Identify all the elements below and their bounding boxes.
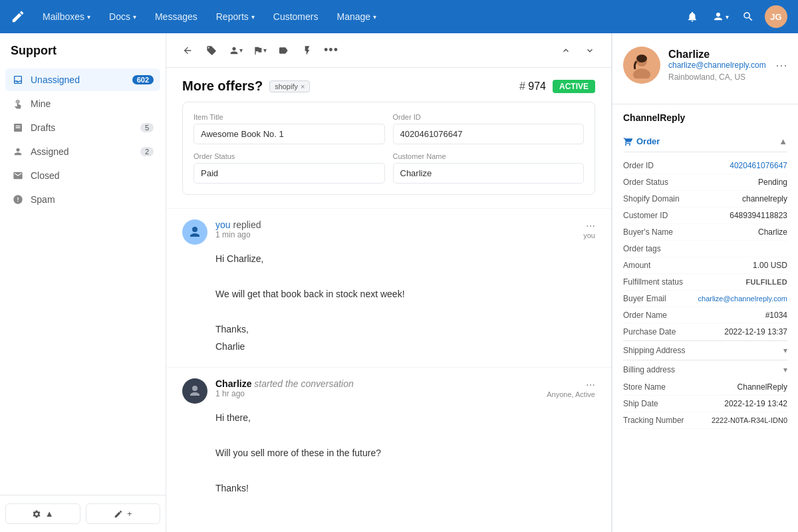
settings-button[interactable]: ▲ [5,503,80,524]
data-row: Buyer's Name Charlize [623,224,787,241]
message-options-button[interactable]: ⋯ [586,221,595,231]
customer-section: Charlize charlize@channelreply.com Rainb… [612,33,798,104]
message-meta: Charlize started the conversation 1 hr a… [215,378,539,398]
shopify-tag: shopify × [269,80,310,92]
subject-title: More offers? [182,78,263,94]
chevron-down-icon: ▾ [251,13,255,21]
message-timestamp: 1 min ago [215,230,575,239]
sidebar-item-unassigned[interactable]: Unassigned 602 [5,68,160,91]
message-body: Hi Charlize, We will get that book back … [215,251,595,354]
chevron-down-icon: ▾ [373,13,376,21]
tag-remove-button[interactable]: × [301,82,305,90]
nav-messages[interactable]: Messages [148,7,204,26]
order-id-field: Order ID [393,113,585,144]
svg-point-1 [192,227,198,232]
channel-reply-section: ChannelReply Order ▲ Order ID 4020461076… [612,104,798,532]
item-title-input[interactable] [194,124,385,144]
sidebar-item-spam[interactable]: Spam [5,188,160,211]
more-button[interactable]: ••• [321,40,342,61]
message-header: you replied 1 min ago ⋯ you [182,219,595,245]
nav-customers[interactable]: Customers [267,7,325,26]
sidebar-item-closed[interactable]: Closed [5,164,160,187]
sidebar-footer: ▲ + [0,495,166,532]
customer-more-button[interactable]: ⋯ [775,58,787,72]
prev-button[interactable] [555,40,577,61]
billing-address-label: Billing address [623,365,675,374]
nav-mailboxes[interactable]: Mailboxes ▾ [36,7,97,26]
message-body: Hi there, Will you sell more of these in… [215,410,595,495]
sidebar-item-label: Assigned [31,146,134,157]
unassigned-badge: 602 [132,75,154,84]
customer-name-input[interactable] [393,163,585,184]
notifications-button[interactable] [681,5,704,28]
order-collapse-button[interactable]: ▲ [779,136,787,146]
customer-location: Rainbowland, CA, US [668,72,767,82]
customer-avatar [623,47,660,84]
nav-manage[interactable]: Manage ▾ [330,7,383,26]
chevron-down-icon: ▾ [783,365,787,374]
user-avatar[interactable]: JG [765,5,787,28]
order-status-input[interactable] [194,163,385,184]
message-block: Charlize started the conversation 1 hr a… [166,367,611,509]
data-row: Buyer Email charlize@channelreply.com [623,291,787,307]
message-options-button[interactable]: ⋯ [586,380,595,390]
data-row: Order Status Pending [623,174,787,191]
logo[interactable] [11,9,25,24]
conversation-messages: you replied 1 min ago ⋯ you Hi [166,203,611,532]
customer-header: Charlize charlize@channelreply.com Rainb… [623,47,787,84]
sidebar-item-mine[interactable]: Mine [5,92,160,115]
drafts-badge: 5 [140,123,154,132]
customer-email[interactable]: charlize@channelreply.com [668,61,767,70]
flag-button[interactable]: ▾ [249,40,270,61]
chevron-down-icon: ▾ [87,13,90,21]
closed-icon [12,170,24,182]
next-button[interactable] [579,40,600,61]
lightning-button[interactable] [297,40,318,61]
item-title-field: Item Title [194,113,385,144]
tag-button[interactable] [201,40,222,61]
section-header: ChannelReply [623,112,787,123]
chevron-down-icon: ▾ [783,346,787,355]
data-row: Order ID 4020461076647 [623,158,787,174]
nav-reports[interactable]: Reports ▾ [209,7,261,26]
chevron-down-icon: ▾ [726,13,729,21]
data-row: Ship Date 2022-12-19 13:42 [623,396,787,412]
spam-icon [12,194,24,205]
message-timestamp: 1 hr ago [215,389,539,398]
order-data-rows: Order ID 4020461076647 Order Status Pend… [623,158,787,340]
shipping-address-row[interactable]: Shipping Address ▾ [623,340,787,360]
order-id-input[interactable] [393,124,585,144]
customer-name-label: Customer Name [393,152,585,160]
message-more-actions: ⋯ you [583,219,595,239]
sidebar-nav: Unassigned 602 Mine Drafts 5 [0,66,166,495]
sidebar: Support Unassigned 602 Mine Drafts [0,33,166,532]
avatar [182,378,207,404]
compose-button[interactable]: + [86,503,161,524]
sidebar-item-label: Drafts [31,122,134,133]
billing-address-row[interactable]: Billing address ▾ [623,360,787,379]
data-row: Tracking Number 2222-N0TA-R34L-IDN0 [623,412,787,429]
customer-name: Charlize [668,49,767,61]
right-panel: Charlize charlize@channelreply.com Rainb… [612,33,798,532]
sidebar-item-label: Closed [31,170,154,181]
nav-docs[interactable]: Docs ▾ [102,7,143,26]
order-status-label: Order Status [194,152,385,160]
sidebar-item-drafts[interactable]: Drafts 5 [5,116,160,139]
back-button[interactable] [177,40,198,61]
data-row: Purchase Date 2022-12-19 13:37 [623,324,787,340]
sidebar-item-assigned[interactable]: Assigned 2 [5,140,160,163]
order-id-label: Order ID [393,113,585,121]
avatar [182,219,207,245]
data-row: Fulfillment status FULFILLED [623,274,787,291]
nav-right-actions: ▾ JG [681,5,787,28]
top-nav: Mailboxes ▾ Docs ▾ Messages Reports ▾ Cu… [0,0,798,33]
data-row: Order Name #1034 [623,307,787,324]
message-more-actions: ⋯ Anyone, Active [547,378,595,398]
account-button[interactable]: ▾ [709,5,732,28]
draft-icon [12,122,24,134]
sidebar-item-label: Unassigned [31,74,126,85]
label-button[interactable] [273,40,294,61]
search-button[interactable] [737,5,759,28]
assign-button[interactable]: ▾ [225,40,246,61]
bottom-data-rows: Store Name ChannelReply Ship Date 2022-1… [623,379,787,429]
